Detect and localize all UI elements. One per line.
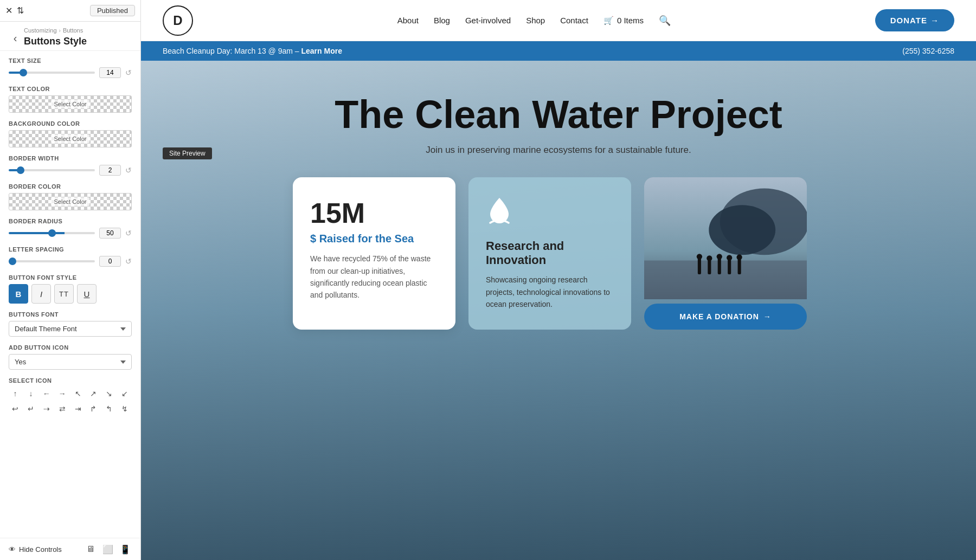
breadcrumb-arrow: › xyxy=(59,28,61,34)
make-donation-button[interactable]: MAKE A DONATION → xyxy=(644,304,807,330)
breadcrumb: Customizing › Buttons xyxy=(24,27,132,34)
tablet-icon[interactable]: ⬜ xyxy=(101,543,114,556)
icon-corner2[interactable]: ↰ xyxy=(102,402,115,415)
svg-point-9 xyxy=(717,254,722,259)
svg-rect-12 xyxy=(738,259,741,275)
border-width-reset[interactable]: ↺ xyxy=(125,166,132,175)
nav-get-involved[interactable]: Get-involved xyxy=(465,16,511,25)
text-color-picker[interactable]: Select Color xyxy=(9,95,132,113)
add-button-icon-group: ADD BUTTON ICON Yes No xyxy=(9,344,132,370)
icon-right[interactable]: → xyxy=(56,387,69,400)
nav-links: About Blog Get-involved Shop Contact 🛒 0… xyxy=(397,15,671,27)
border-width-value[interactable] xyxy=(99,165,121,176)
svg-rect-4 xyxy=(698,258,701,275)
border-width-slider[interactable] xyxy=(9,169,95,171)
letter-spacing-group: LETTER SPACING ↺ xyxy=(9,246,132,267)
text-size-value[interactable] xyxy=(99,67,121,78)
announcement-text: Beach Cleanup Day: March 13 @ 9am – Lear… xyxy=(163,47,342,55)
swap-icon[interactable]: ⇅ xyxy=(17,5,24,16)
desktop-icon[interactable]: 🖥 xyxy=(84,543,97,556)
letter-spacing-value[interactable] xyxy=(99,256,121,267)
announcement-message: Beach Cleanup Day: March 13 @ 9am – xyxy=(163,47,299,55)
border-radius-slider[interactable] xyxy=(9,232,95,234)
underline-button[interactable]: U xyxy=(77,284,97,304)
svg-point-5 xyxy=(697,254,702,259)
icon-corner1[interactable]: ↱ xyxy=(87,402,100,415)
close-icon[interactable]: ✕ xyxy=(5,5,12,16)
back-button[interactable]: ‹ xyxy=(9,31,22,44)
icon-zigzag[interactable]: ↯ xyxy=(118,402,131,415)
icon-upright[interactable]: ↗ xyxy=(87,387,100,400)
bg-color-picker[interactable]: Select Color xyxy=(9,130,132,147)
bg-color-label: BACKGROUND COLOR xyxy=(9,120,132,127)
buttons-font-select[interactable]: Default Theme Font Arial Georgia xyxy=(9,321,132,337)
icon-tab[interactable]: ⇥ xyxy=(72,402,85,415)
text-size-reset[interactable]: ↺ xyxy=(125,68,132,77)
tt-button[interactable]: TT xyxy=(54,284,74,304)
published-badge: Published xyxy=(90,5,135,16)
nav-contact[interactable]: Contact xyxy=(560,16,588,25)
icon-rarrow[interactable]: ⇢ xyxy=(40,402,53,415)
card-number: 15M xyxy=(310,197,438,229)
buttons-font-label: BUTTONS FONT xyxy=(9,311,132,318)
icon-return[interactable]: ↩ xyxy=(9,402,22,415)
icon-grid: ↑ ↓ ← → ↖ ↗ ↘ ↙ ↩ ↵ ⇢ ⇄ ⇥ ↱ ↰ ↯ xyxy=(9,387,132,415)
panel-title: Buttons Style xyxy=(24,36,132,47)
hero-subtitle: Join us in preserving marine ecosystems … xyxy=(335,145,782,156)
letter-spacing-slider[interactable] xyxy=(9,260,95,262)
svg-rect-6 xyxy=(708,260,711,275)
site-header: D About Blog Get-involved Shop Contact 🛒… xyxy=(141,0,976,41)
select-icon-group: SELECT ICON ↑ ↓ ← → ↖ ↗ ↘ ↙ ↩ ↵ ⇢ ⇄ ⇥ ↱ … xyxy=(9,377,132,415)
view-icons: 🖥 ⬜ 📱 xyxy=(84,543,132,556)
nav-shop[interactable]: Shop xyxy=(526,16,545,25)
svg-rect-3 xyxy=(644,261,807,300)
card-research-text: Showcasing ongoing research projects, te… xyxy=(486,274,614,310)
breadcrumb-area: Customizing › Buttons Buttons Style ‹ xyxy=(0,22,140,51)
card-image-area xyxy=(644,177,807,299)
learn-more-link[interactable]: Learn More xyxy=(301,47,342,55)
breadcrumb-parent[interactable]: Customizing xyxy=(24,27,57,34)
border-color-label: BORDER COLOR xyxy=(9,183,132,190)
border-radius-reset[interactable]: ↺ xyxy=(125,229,132,237)
icon-left[interactable]: ← xyxy=(40,387,53,400)
border-color-picker[interactable]: Select Color xyxy=(9,193,132,210)
text-size-label: TEXT SIZE xyxy=(9,57,132,64)
icon-downright[interactable]: ↘ xyxy=(102,387,115,400)
search-icon[interactable]: 🔍 xyxy=(659,15,671,27)
svg-point-11 xyxy=(727,255,732,260)
icon-down[interactable]: ↓ xyxy=(24,387,37,400)
border-width-group: BORDER WIDTH ↺ xyxy=(9,155,132,176)
add-button-icon-select[interactable]: Yes No xyxy=(9,354,132,370)
mobile-icon[interactable]: 📱 xyxy=(119,543,132,556)
border-radius-group: BORDER RADIUS ↺ xyxy=(9,218,132,239)
italic-button[interactable]: I xyxy=(31,284,51,304)
nav-blog[interactable]: Blog xyxy=(434,16,450,25)
breadcrumb-child[interactable]: Buttons xyxy=(63,27,83,34)
svg-point-2 xyxy=(709,205,775,255)
hide-controls-label: Hide Controls xyxy=(19,545,62,553)
icon-downleft[interactable]: ↙ xyxy=(118,387,131,400)
text-color-label: TEXT COLOR xyxy=(9,86,132,92)
nav-about[interactable]: About xyxy=(397,16,419,25)
icon-upleft[interactable]: ↖ xyxy=(72,387,85,400)
top-bar: ✕ ⇅ Published xyxy=(0,0,140,22)
hide-controls-button[interactable]: 👁 Hide Controls xyxy=(9,545,62,553)
site-preview: D About Blog Get-involved Shop Contact 🛒… xyxy=(141,0,976,560)
icon-enter[interactable]: ↵ xyxy=(24,402,37,415)
icon-exchange[interactable]: ⇄ xyxy=(56,402,69,415)
donate-arrow: → xyxy=(930,16,939,25)
text-size-slider[interactable] xyxy=(9,72,95,74)
letter-spacing-reset[interactable]: ↺ xyxy=(125,257,132,266)
border-radius-value[interactable] xyxy=(99,228,121,239)
select-icon-label: SELECT ICON xyxy=(9,377,132,384)
icon-up[interactable]: ↑ xyxy=(9,387,22,400)
bold-button[interactable]: B xyxy=(9,284,28,304)
donation-label: MAKE A DONATION xyxy=(679,312,759,321)
bottom-bar: 👁 Hide Controls 🖥 ⬜ 📱 xyxy=(0,538,140,560)
donate-button[interactable]: DONATE → xyxy=(875,9,954,31)
nav-cart[interactable]: 🛒 0 Items xyxy=(603,16,644,25)
card-research: Research and Innovation Showcasing ongoi… xyxy=(468,177,631,330)
bg-color-select-label: Select Color xyxy=(51,134,90,143)
add-button-icon-label: ADD BUTTON ICON xyxy=(9,344,132,351)
cart-icon: 🛒 xyxy=(603,16,614,25)
